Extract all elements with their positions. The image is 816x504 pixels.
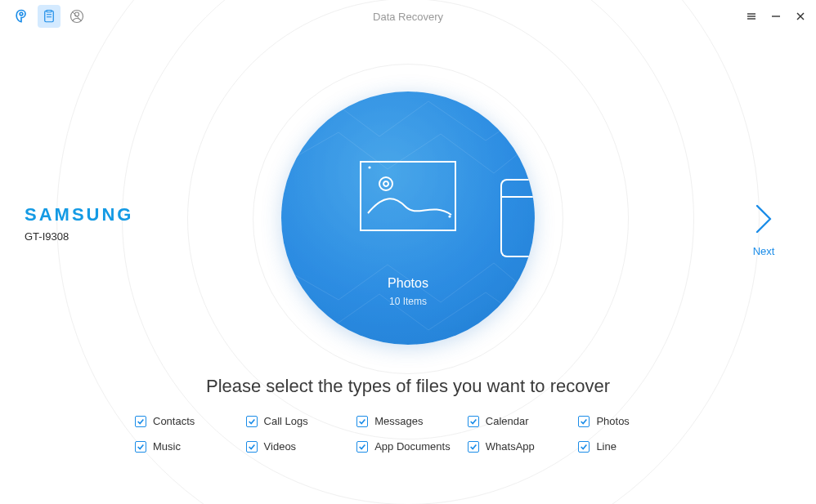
device-brand: SAMSUNG — [25, 204, 133, 225]
checkbox-icon — [135, 416, 146, 427]
checkbox-icon — [468, 441, 479, 453]
svg-point-14 — [368, 166, 370, 168]
checkbox-icon — [246, 441, 258, 453]
menu-icon[interactable] — [746, 11, 757, 22]
next-label: Next — [752, 245, 775, 257]
checkbox-icon — [578, 441, 590, 453]
title-bar-left — [0, 5, 88, 28]
device-info: SAMSUNG GT-I9308 — [25, 204, 133, 243]
checkbox-line[interactable]: Line — [578, 440, 681, 453]
checkbox-music[interactable]: Music — [135, 440, 238, 453]
type-carousel[interactable]: Photos 10 Items — [281, 91, 535, 345]
svg-rect-2 — [47, 11, 52, 12]
minimize-button[interactable] — [770, 11, 782, 22]
carousel-labels: Photos 10 Items — [281, 276, 535, 307]
checkbox-call-logs[interactable]: Call Logs — [246, 415, 349, 427]
checkbox-label: Messages — [374, 415, 423, 427]
checkbox-icon — [468, 416, 479, 427]
checkbox-label: Contacts — [153, 415, 195, 427]
svg-point-6 — [75, 12, 79, 16]
checkbox-icon — [246, 416, 258, 427]
checkbox-messages[interactable]: Messages — [356, 415, 460, 427]
data-recovery-tab-icon[interactable] — [38, 5, 61, 28]
file-type-checkboxes: Contacts Call Logs Messages Calendar Pho… — [135, 415, 681, 453]
title-bar: Data Recovery — [0, 0, 816, 33]
app-logo-icon[interactable] — [10, 5, 33, 28]
instruction-text: Please select the types of files you wan… — [0, 376, 816, 397]
checkbox-label: Music — [153, 440, 181, 453]
device-model: GT-I9308 — [25, 230, 133, 243]
checkbox-label: Calendar — [486, 415, 529, 427]
window-controls — [746, 11, 806, 22]
svg-point-15 — [448, 215, 451, 217]
checkbox-app-documents[interactable]: App Documents — [356, 440, 460, 453]
checkbox-icon — [135, 441, 146, 453]
carousel-next-peek-icon — [500, 179, 535, 257]
checkbox-icon — [356, 416, 368, 427]
checkbox-label: App Documents — [374, 440, 451, 453]
checkbox-label: WhatsApp — [486, 440, 535, 453]
svg-point-0 — [20, 12, 23, 16]
checkbox-label: Photos — [596, 415, 629, 427]
carousel-type-count: 10 Items — [281, 296, 535, 307]
checkbox-icon — [356, 441, 368, 453]
checkbox-videos[interactable]: Videos — [246, 440, 349, 453]
checkbox-contacts[interactable]: Contacts — [135, 415, 238, 427]
checkbox-photos[interactable]: Photos — [578, 415, 681, 427]
next-button[interactable]: Next — [752, 203, 775, 257]
checkbox-label: Line — [596, 440, 616, 453]
photos-icon — [360, 161, 456, 231]
window-title: Data Recovery — [373, 11, 443, 23]
backup-tab-icon[interactable] — [65, 5, 88, 28]
chevron-right-icon — [752, 203, 775, 239]
checkbox-whatsapp[interactable]: WhatsApp — [468, 440, 571, 453]
checkbox-calendar[interactable]: Calendar — [468, 415, 571, 427]
checkbox-label: Videos — [264, 440, 297, 453]
close-button[interactable] — [795, 11, 806, 22]
checkbox-icon — [578, 416, 590, 427]
carousel-type-label: Photos — [281, 276, 535, 291]
checkbox-label: Call Logs — [264, 415, 308, 427]
